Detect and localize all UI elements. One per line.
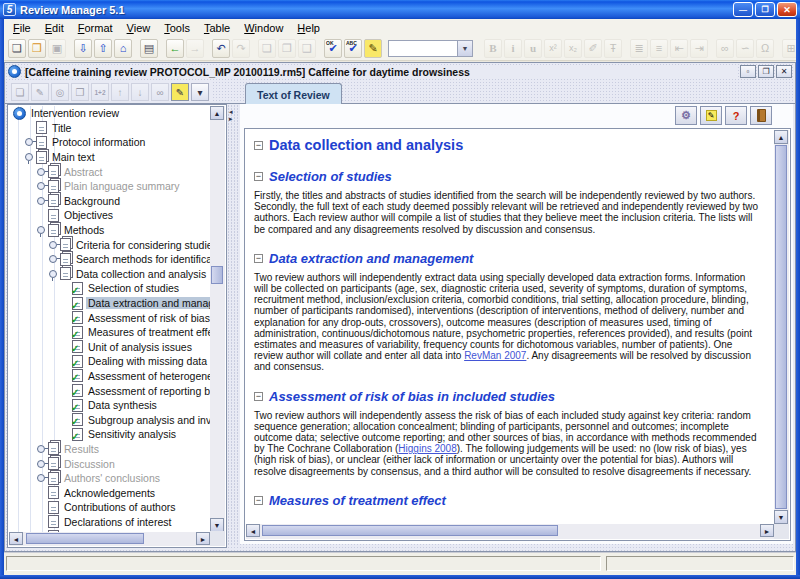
tree-item[interactable]: Assessment of heterogeneity <box>9 369 210 384</box>
notes-button[interactable]: ✎ <box>364 39 382 58</box>
tree-item[interactable]: Declarations of interest <box>9 515 210 530</box>
content-vscroll-thumb[interactable] <box>775 145 787 509</box>
tree-item[interactable]: Protocol information <box>9 135 210 150</box>
renumber-button[interactable]: 1+2 <box>91 83 109 101</box>
tree-item[interactable]: Measures of treatment effect <box>9 325 210 340</box>
expand-handle-icon[interactable] <box>37 224 48 236</box>
move-down-button[interactable]: ↓ <box>131 83 149 101</box>
expand-handle-icon[interactable] <box>49 239 60 251</box>
expand-handle-icon[interactable] <box>25 136 36 148</box>
scroll-left-icon[interactable]: ◄ <box>9 532 23 545</box>
bold-button[interactable]: B <box>484 39 502 58</box>
tree-item[interactable]: Assessment of risk of bias in <box>9 310 210 325</box>
split-handle[interactable]: ◂ ▸ <box>227 104 240 544</box>
maximize-button[interactable]: ❐ <box>755 2 775 17</box>
expand-handle-icon[interactable] <box>49 268 60 280</box>
expand-handle-icon[interactable] <box>25 151 36 163</box>
superscript-button[interactable]: x² <box>544 39 562 58</box>
menu-format[interactable]: Format <box>71 21 120 35</box>
scroll-down-icon[interactable]: ▼ <box>774 510 788 524</box>
move-up-button[interactable]: ↑ <box>111 83 129 101</box>
handbook-button[interactable] <box>750 106 772 125</box>
indent-button[interactable]: ⇥ <box>690 39 708 58</box>
text-scroll-area[interactable]: −Data collection and analysis−Selection … <box>246 130 774 524</box>
menu-tools[interactable]: Tools <box>157 21 197 35</box>
content-hscroll-thumb[interactable] <box>262 525 558 536</box>
scroll-down-icon[interactable]: ▼ <box>210 518 224 532</box>
combo-dropdown-icon[interactable]: ▼ <box>458 40 473 57</box>
scroll-up-icon[interactable]: ▲ <box>210 106 224 120</box>
tree-item[interactable]: Acknowledgements <box>9 485 210 500</box>
collapse-section-icon[interactable]: − <box>254 496 263 505</box>
tree-item[interactable]: Plain language summary <box>9 179 210 194</box>
outdent-button[interactable]: ⇤ <box>670 39 688 58</box>
subscript-button[interactable]: x₂ <box>564 39 582 58</box>
redo-button[interactable]: ↷ <box>232 39 250 58</box>
archie-home-button[interactable]: ⌂ <box>114 39 132 58</box>
menu-file[interactable]: File <box>6 21 38 35</box>
collapse-section-icon[interactable]: − <box>254 392 263 401</box>
back-button[interactable]: ← <box>166 39 184 58</box>
tree-item[interactable]: Main text <box>9 150 210 165</box>
expand-handle-icon[interactable] <box>37 195 48 207</box>
scroll-left-icon[interactable]: ◄ <box>246 524 260 537</box>
tree-item[interactable]: Data synthesis <box>9 398 210 413</box>
tree-item[interactable]: Abstract <box>9 164 210 179</box>
properties-button[interactable]: ❐ <box>71 83 89 101</box>
undo-button[interactable]: ↶ <box>212 39 230 58</box>
open-button[interactable]: ❒ <box>28 39 46 58</box>
expand-handle-icon[interactable] <box>37 443 48 455</box>
expand-handle-icon[interactable] <box>37 472 48 484</box>
tree-item[interactable]: Search methods for identification <box>9 252 210 267</box>
cut-button[interactable]: ❏ <box>258 39 276 58</box>
paste-button[interactable]: ❑ <box>298 39 316 58</box>
document-titlebar[interactable]: [Caffeine training review PROTOCOL_MP 20… <box>5 63 795 80</box>
expand-handle-icon[interactable] <box>37 458 48 470</box>
close-button[interactable]: ✕ <box>777 2 797 17</box>
tree-item[interactable]: Data extraction and manager <box>9 296 210 311</box>
notes-menu-button[interactable]: ▾ <box>191 83 209 101</box>
insert-link-button[interactable]: ∞ <box>716 39 734 58</box>
collapse-section-icon[interactable]: − <box>254 172 263 181</box>
tree-vscroll-thumb[interactable] <box>211 266 223 284</box>
forward-button[interactable]: → <box>186 39 204 58</box>
tree-item[interactable]: Dealing with missing data <box>9 354 210 369</box>
underline-button[interactable]: u <box>524 39 542 58</box>
tree-item[interactable]: Intervention review <box>9 106 210 121</box>
expand-handle-icon[interactable] <box>37 166 48 178</box>
tree-item[interactable]: Criteria for considering studies fo <box>9 237 210 252</box>
note-button[interactable]: ✎ <box>700 106 722 125</box>
italic-button[interactable]: i <box>504 39 522 58</box>
bullet-list-button[interactable]: ≣ <box>630 39 648 58</box>
print-button[interactable]: ▤ <box>140 39 158 58</box>
highlight-button[interactable]: ✐ <box>584 39 602 58</box>
style-combo[interactable] <box>388 40 458 57</box>
tab-text-of-review[interactable]: Text of Review <box>245 83 342 105</box>
minimize-button[interactable]: — <box>733 2 753 17</box>
content-horizontal-scrollbar[interactable]: ◄ ► <box>246 524 774 539</box>
metadata-button[interactable]: ⚙ <box>675 106 697 125</box>
view-item-button[interactable]: ◎ <box>51 83 69 101</box>
tree-item[interactable]: Data collection and analysis <box>9 267 210 282</box>
tree-item[interactable]: Objectives <box>9 208 210 223</box>
add-item-button[interactable]: ❏ <box>11 83 29 101</box>
reference-link[interactable]: RevMan 2007 <box>464 350 526 361</box>
tree-item[interactable]: Sensitivity analysis <box>9 427 210 442</box>
expand-handle-icon[interactable] <box>37 180 48 192</box>
menu-table[interactable]: Table <box>197 21 237 35</box>
insert-ref-button[interactable]: ∽ <box>736 39 754 58</box>
check-in-button[interactable]: ⇩ <box>74 39 92 58</box>
tree-item[interactable]: Results <box>9 442 210 457</box>
special-char-button[interactable]: Ω <box>756 39 774 58</box>
numbered-list-button[interactable]: ≡ <box>650 39 668 58</box>
strike-button[interactable]: Ŧ <box>604 39 622 58</box>
tree-item[interactable]: Unit of analysis issues <box>9 340 210 355</box>
tree-item[interactable]: Assessment of reporting bias <box>9 383 210 398</box>
spellcheck-button[interactable]: ABC✔ <box>344 39 362 58</box>
tree-item[interactable]: Contributions of authors <box>9 500 210 515</box>
help-button[interactable]: ? <box>725 106 747 125</box>
doc-restore-button[interactable]: ❐ <box>758 65 774 78</box>
tree-item[interactable]: Authors' conclusions <box>9 471 210 486</box>
reference-link[interactable]: Higgins 2008 <box>398 443 456 454</box>
tree-item[interactable]: Title <box>9 121 210 136</box>
